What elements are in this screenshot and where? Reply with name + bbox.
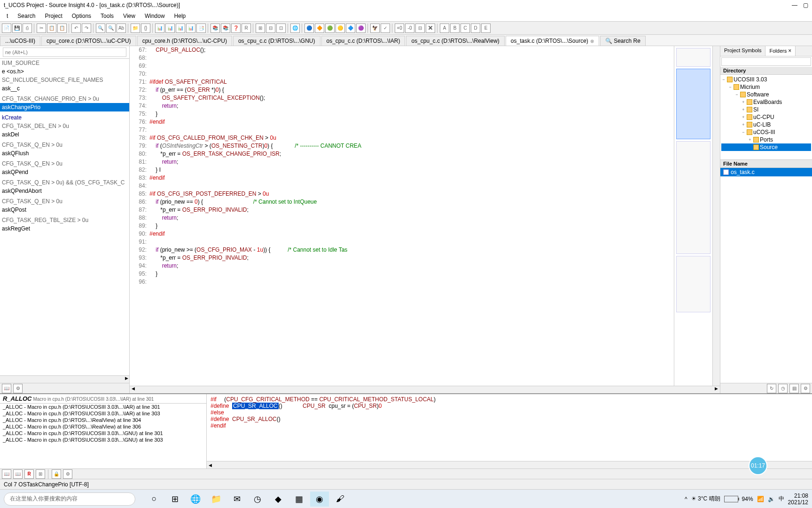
- gear-icon[interactable]: ⚙: [13, 384, 23, 393]
- refresh-icon[interactable]: ↻: [767, 384, 776, 393]
- tree-item[interactable]: +SI: [721, 106, 811, 113]
- r-icon[interactable]: R: [24, 469, 34, 479]
- windows-taskbar[interactable]: 在这里输入你要搜索的内容 ○ ⊞ 🌐 📁 ✉ ◷ ◆ ▦ ◉ 🖌 ^ ☀ 3°C…: [0, 489, 812, 508]
- toolbar-button[interactable]: 📄: [2, 24, 11, 33]
- tree-item[interactable]: −Micrium: [721, 83, 811, 91]
- file-tab[interactable]: ...\uCOS-III): [0, 36, 40, 46]
- minimize-button[interactable]: —: [792, 2, 797, 8]
- toolbar-button[interactable]: ↶: [71, 24, 81, 33]
- file-tab[interactable]: os_cpu_c.c (D:\RTOS\...\IAR): [321, 36, 406, 46]
- symbol-item[interactable]: CFG_TASK_DEL_EN > 0u: [0, 122, 129, 130]
- toolbar-button[interactable]: 📊: [155, 24, 164, 33]
- symbol-item[interactable]: IUM_SOURCE: [0, 59, 129, 67]
- toolbar-button[interactable]: 🦅: [370, 24, 380, 33]
- toolbar-button[interactable]: 🔵: [304, 24, 314, 33]
- menu-item[interactable]: t: [2, 12, 13, 20]
- tree-item[interactable]: −UCOSIII 3.03: [721, 76, 811, 83]
- file-tab[interactable]: 🔍 Search Re: [600, 36, 646, 46]
- taskbar-search[interactable]: 在这里输入你要搜索的内容: [4, 492, 135, 506]
- toolbar-button[interactable]: ⊞: [256, 24, 265, 33]
- tree-item[interactable]: −Software: [721, 91, 811, 98]
- toolbar-button[interactable]: 🟢: [325, 24, 335, 33]
- symbol-item[interactable]: askDel: [0, 130, 129, 139]
- panel-tab[interactable]: Folders ×: [765, 46, 796, 56]
- toolbar-button[interactable]: 🔍: [106, 24, 116, 33]
- symbol-item[interactable]: e <os.h>: [0, 67, 129, 76]
- explorer-icon[interactable]: 📁: [207, 492, 226, 507]
- tree-icon[interactable]: ⊞: [36, 469, 45, 479]
- toolbar-button[interactable]: 🟡: [336, 24, 345, 33]
- menu-item[interactable]: Options: [67, 12, 96, 20]
- symbol-item[interactable]: askQPend: [0, 168, 129, 176]
- symbol-item[interactable]: CFG_TASK_Q_EN > 0u: [0, 141, 129, 149]
- toolbar-button[interactable]: R: [242, 24, 251, 33]
- gear-icon[interactable]: ⚙: [63, 469, 72, 479]
- file-tabs[interactable]: ...\uCOS-III)cpu_core.c (D:\RTOS\...\uC-…: [0, 35, 812, 46]
- toolbar-button[interactable]: ⊟: [415, 24, 425, 33]
- toolbar-button[interactable]: {}: [141, 24, 150, 33]
- tree-item[interactable]: −uCOS-III: [721, 128, 811, 136]
- folder-search-input[interactable]: [721, 57, 811, 66]
- book-icon[interactable]: ▤: [789, 384, 799, 393]
- symbol-panel-toolbar[interactable]: 📖 ⚙: [0, 383, 129, 393]
- toolbar-button[interactable]: E: [481, 24, 491, 33]
- file-tab[interactable]: os_cpu_c.c (D:\RTOS\...\GNU): [233, 36, 320, 46]
- cortana-icon[interactable]: ○: [145, 492, 164, 507]
- maximize-button[interactable]: ▢: [803, 2, 808, 8]
- toolbar-button[interactable]: 🔍: [96, 24, 105, 33]
- task-view-icon[interactable]: ⊞: [165, 492, 184, 507]
- symbol-item[interactable]: kCreate: [0, 113, 129, 122]
- paint-icon[interactable]: 🖌: [331, 492, 350, 507]
- menu-item[interactable]: Search: [13, 12, 40, 20]
- ime-status[interactable]: 中: [779, 495, 784, 503]
- toolbar-button[interactable]: 🔶: [315, 24, 324, 33]
- toolbar-button[interactable]: ↷: [82, 24, 91, 33]
- symbol-item[interactable]: askQFlush: [0, 149, 129, 158]
- file-tab[interactable]: os_cpu_c.c (D:\RTOS\...\RealView): [406, 36, 504, 46]
- symbol-hscroll[interactable]: ▶: [0, 375, 129, 383]
- wifi-icon[interactable]: 📶: [757, 496, 764, 502]
- reference-item[interactable]: _ALLOC - Macro in cpu.h (D:\RTOS\UCOSIII…: [0, 410, 206, 417]
- toolbar-button[interactable]: C: [461, 24, 470, 33]
- clock-time[interactable]: 21:08: [788, 492, 808, 499]
- source-insight-icon[interactable]: ◉: [310, 492, 329, 507]
- symbol-item[interactable]: ask__c: [0, 84, 129, 93]
- tree-item[interactable]: +Ports: [721, 136, 811, 143]
- symbol-item[interactable]: CFG_TASK_Q_EN > 0u: [0, 197, 129, 206]
- app-icon[interactable]: ◆: [269, 492, 288, 507]
- toolbar-button[interactable]: 📊: [186, 24, 195, 33]
- toolbar-button[interactable]: 💾: [12, 24, 22, 33]
- toolbar-button[interactable]: ✂: [37, 24, 46, 33]
- context-hscroll[interactable]: ◀: [207, 461, 812, 468]
- menu-item[interactable]: Help: [170, 12, 191, 20]
- toolbar-button[interactable]: 📊: [165, 24, 175, 33]
- calculator-icon[interactable]: ▦: [289, 492, 308, 507]
- toolbar-button[interactable]: 🟣: [356, 24, 366, 33]
- panel-tab[interactable]: Project Symbols: [720, 46, 765, 56]
- menu-item[interactable]: Project: [40, 12, 67, 20]
- toolbar-button[interactable]: 🔷: [346, 24, 355, 33]
- menu-bar[interactable]: tSearchProjectOptionsToolsViewWindowHelp: [0, 10, 812, 22]
- tree-item[interactable]: +uC-LIB: [721, 121, 811, 128]
- toolbar-button[interactable]: ⎙: [23, 24, 32, 33]
- toolbar-button[interactable]: Ab: [117, 24, 126, 33]
- toolbar-button[interactable]: 📚: [211, 24, 220, 33]
- chevron-up-icon[interactable]: ^: [685, 496, 687, 502]
- file-tab[interactable]: cpu_core.c (D:\RTOS\...\uC-CPU): [41, 36, 136, 46]
- toolbar-button[interactable]: 🗙: [426, 24, 435, 33]
- tree-item[interactable]: +uC-CPU: [721, 113, 811, 121]
- symbol-item[interactable]: SC_INCLUDE_SOURCE_FILE_NAMES: [0, 76, 129, 84]
- lock-icon[interactable]: 🔒: [52, 469, 61, 479]
- toolbar-button[interactable]: ✓: [381, 24, 390, 33]
- battery-icon[interactable]: [724, 496, 738, 502]
- editor-hscrollbar[interactable]: ◀ ▶: [130, 386, 720, 393]
- symbol-item[interactable]: askQPendAbort: [0, 187, 129, 195]
- book-icon[interactable]: 📖: [2, 469, 11, 479]
- symbol-item[interactable]: CFG_TASK_Q_EN > 0u) && (OS_CFG_TASK_C: [0, 178, 129, 187]
- context-toolbar[interactable]: 📖 📖 R ⊞ 🔒 ⚙: [0, 468, 812, 479]
- clock-date[interactable]: 2021/12: [788, 499, 808, 506]
- close-icon[interactable]: ×: [788, 48, 791, 54]
- reference-item[interactable]: _ALLOC - Macro in cpu.h (D:\RTOS\UCOSIII…: [0, 404, 206, 410]
- book2-icon[interactable]: 📖: [13, 469, 23, 479]
- code-editor[interactable]: 67: CPU_SR_ALLOC();68:69:70:71:#ifdef OS…: [130, 46, 674, 386]
